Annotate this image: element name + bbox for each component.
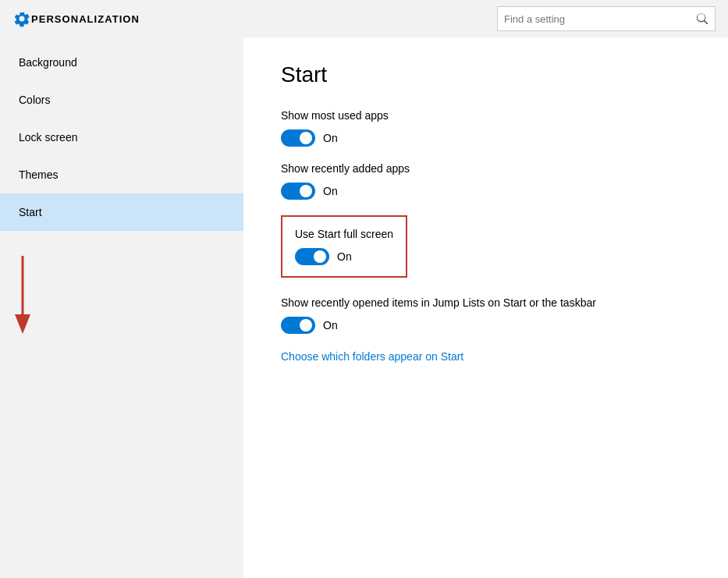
setting-label-recently-added: Show recently added apps bbox=[281, 162, 691, 175]
toggle-state-recently-added: On bbox=[323, 185, 338, 197]
header: PERSONALIZATION bbox=[0, 0, 728, 37]
sidebar-item-lock-screen[interactable]: Lock screen bbox=[0, 119, 243, 156]
content-area: Start Show most used apps On Show recent… bbox=[243, 37, 728, 578]
toggle-recently-added[interactable] bbox=[281, 183, 315, 200]
setting-label-most-used: Show most used apps bbox=[281, 109, 691, 122]
sidebar-item-label: Colors bbox=[19, 94, 50, 106]
setting-recently-added: Show recently added apps On bbox=[281, 162, 691, 200]
toggle-state-most-used: On bbox=[323, 132, 338, 144]
toggle-most-used[interactable] bbox=[281, 129, 315, 147]
toggle-full-screen[interactable] bbox=[295, 248, 329, 265]
search-icon bbox=[697, 13, 708, 24]
arrow-annotation bbox=[11, 256, 34, 334]
toggle-row-most-used: On bbox=[281, 129, 691, 147]
toggle-state-full-screen: On bbox=[337, 250, 352, 263]
app-title: PERSONALIZATION bbox=[31, 13, 497, 25]
sidebar-item-label: Themes bbox=[19, 168, 59, 181]
sidebar-item-background[interactable]: Background bbox=[0, 44, 243, 81]
sidebar-item-colors[interactable]: Colors bbox=[0, 81, 243, 119]
sidebar-item-label: Start bbox=[19, 206, 42, 218]
toggle-jump-lists[interactable] bbox=[281, 317, 315, 334]
toggle-state-jump-lists: On bbox=[323, 319, 338, 332]
toggle-row-jump-lists: On bbox=[281, 317, 691, 334]
sidebar: Background Colors Lock screen Themes Sta… bbox=[0, 37, 243, 578]
setting-full-screen-box: Use Start full screen On bbox=[281, 215, 407, 278]
sidebar-item-label: Lock screen bbox=[19, 131, 77, 144]
main-layout: Background Colors Lock screen Themes Sta… bbox=[0, 37, 728, 578]
choose-folders-link[interactable]: Choose which folders appear on Start bbox=[281, 350, 463, 363]
setting-label-full-screen: Use Start full screen bbox=[295, 228, 393, 240]
toggle-row-full-screen: On bbox=[295, 248, 393, 265]
search-button[interactable] bbox=[690, 6, 715, 31]
sidebar-item-label: Background bbox=[19, 56, 77, 69]
setting-label-jump-lists: Show recently opened items in Jump Lists… bbox=[281, 296, 691, 309]
svg-marker-1 bbox=[15, 314, 30, 334]
setting-most-used: Show most used apps On bbox=[281, 109, 691, 147]
page-title: Start bbox=[281, 62, 691, 87]
gear-icon bbox=[12, 9, 31, 28]
setting-jump-lists: Show recently opened items in Jump Lists… bbox=[281, 296, 691, 334]
sidebar-item-start[interactable]: Start bbox=[0, 193, 243, 231]
search-box bbox=[497, 6, 716, 31]
search-input[interactable] bbox=[498, 13, 690, 25]
annotation-arrow bbox=[11, 256, 34, 334]
sidebar-item-themes[interactable]: Themes bbox=[0, 156, 243, 193]
toggle-row-recently-added: On bbox=[281, 183, 691, 200]
